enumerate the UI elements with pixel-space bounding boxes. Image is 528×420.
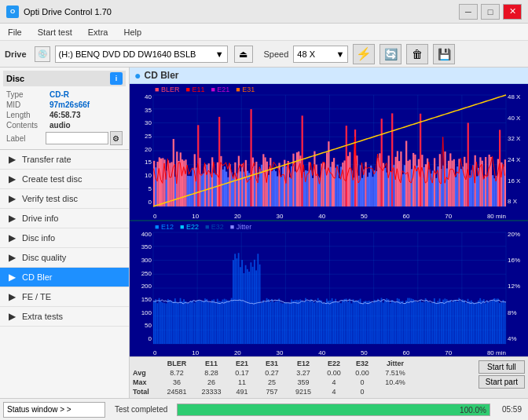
disc-quality-label: Disc quality <box>22 253 66 262</box>
max-e31: 25 <box>257 378 287 386</box>
legend-e22: ■ E22 <box>180 223 199 231</box>
extra-tests-label: Extra tests <box>22 312 63 321</box>
start-part-button[interactable]: Start part <box>478 375 525 389</box>
create-test-disc-icon: ▶ <box>6 173 17 184</box>
create-test-disc-label: Create test disc <box>22 174 82 184</box>
app-title: Opti Drive Control 1.70 <box>24 7 112 16</box>
disc-header: Disc i <box>3 71 126 86</box>
chart-area: ■ BLER ■ E11 ■ E21 ■ E31 40 35 30 25 20 … <box>130 84 528 356</box>
mid-value: 97m26s66f <box>50 100 90 109</box>
col-e31: E31 <box>257 360 287 367</box>
avg-jitter: 7.51% <box>376 369 414 377</box>
type-label: Type <box>6 90 50 99</box>
sidebar-item-cd-bler[interactable]: ▶ CD Bler <box>0 268 129 287</box>
legend-e12: ■ E12 <box>155 223 174 231</box>
sidebar-item-drive-info[interactable]: ▶ Drive info <box>0 209 129 228</box>
stats-area: BLER E11 E21 E31 E12 E22 E32 Jitter Avg … <box>130 356 528 398</box>
max-e11: 26 <box>196 378 227 386</box>
verify-test-disc-label: Verify test disc <box>22 194 78 203</box>
legend-e32: ■ E32 <box>205 223 224 231</box>
sidebar-item-fe-te[interactable]: ▶ FE / TE <box>0 287 129 307</box>
titlebar: O Opti Drive Control 1.70 ─ □ ✕ <box>0 0 528 24</box>
avg-e21: 0.17 <box>227 369 257 377</box>
avg-e11: 8.28 <box>196 369 227 377</box>
dropdown-arrow: ▼ <box>215 49 224 59</box>
disc-panel: Disc i Type CD-R MID 97m26s66f Length 46… <box>0 68 129 150</box>
sidebar-item-disc-info[interactable]: ▶ Disc info <box>0 228 129 248</box>
sidebar-item-extra-tests[interactable]: ▶ Extra tests <box>0 307 129 327</box>
menu-start-test[interactable]: Start test <box>35 26 75 38</box>
sidebar-item-disc-quality[interactable]: ▶ Disc quality <box>0 248 129 268</box>
length-label: Length <box>6 111 50 119</box>
content-area: ● CD Bler ■ BLER ■ E11 ■ E21 ■ E31 40 35… <box>130 68 528 398</box>
menu-file[interactable]: File <box>5 26 25 38</box>
legend-e11: ■ E11 <box>185 86 204 93</box>
type-value: CD-R <box>50 90 69 99</box>
status-window-button[interactable]: Status window > > <box>3 402 105 418</box>
sidebar-nav: ▶ Transfer rate ▶ Create test disc ▶ Ver… <box>0 150 129 327</box>
menu-help[interactable]: Help <box>120 26 145 38</box>
col-e11: E11 <box>196 360 227 367</box>
disc-quality-icon: ▶ <box>6 252 17 263</box>
menu-extra[interactable]: Extra <box>85 26 112 38</box>
total-e22: 4 <box>320 388 348 396</box>
drive-selector[interactable]: (H:) BENQ DVD DD DW1640 BSLB ▼ <box>55 46 228 63</box>
max-bler: 36 <box>158 378 196 386</box>
statusbar: Status window > > Test completed 100.0% … <box>0 398 528 420</box>
total-e11: 23333 <box>196 388 227 396</box>
label-input[interactable] <box>46 132 108 144</box>
legend-bler: ■ BLER <box>155 86 179 93</box>
drive-icon-small: 💿 <box>35 46 50 62</box>
minimize-button[interactable]: ─ <box>459 4 478 20</box>
contents-label: Contents <box>6 121 50 130</box>
maximize-button[interactable]: □ <box>481 4 500 20</box>
mid-label: MID <box>6 100 50 109</box>
avg-e12: 3.27 <box>287 369 320 377</box>
start-full-button[interactable]: Start full <box>478 360 525 374</box>
erase-icon[interactable]: 🗑 <box>406 44 428 64</box>
fe-te-icon: ▶ <box>6 291 17 302</box>
drive-info-icon: ▶ <box>6 213 17 224</box>
eject-button[interactable]: ⏏ <box>234 46 253 63</box>
save-icon[interactable]: 💾 <box>433 44 455 64</box>
length-value: 46:58.73 <box>50 111 80 119</box>
sidebar-item-create-test-disc[interactable]: ▶ Create test disc <box>0 170 129 189</box>
max-label: Max <box>133 378 158 386</box>
fe-te-label: FE / TE <box>22 292 51 301</box>
disc-header-icon[interactable]: i <box>110 72 123 85</box>
max-e12: 359 <box>287 378 320 386</box>
total-bler: 24581 <box>158 388 196 396</box>
avg-label: Avg <box>133 369 158 377</box>
max-jitter: 10.4% <box>376 378 414 386</box>
speed-selector[interactable]: 48 X ▼ <box>293 46 348 63</box>
col-e22: E22 <box>320 360 348 367</box>
disc-info-label: Disc info <box>22 233 55 243</box>
max-e22: 4 <box>320 378 348 386</box>
disc-info-icon: ▶ <box>6 232 17 243</box>
total-e32: 0 <box>348 388 376 396</box>
drivebar: Drive 💿 (H:) BENQ DVD DD DW1640 BSLB ▼ ⏏… <box>0 41 528 68</box>
sidebar-item-verify-test-disc[interactable]: ▶ Verify test disc <box>0 189 129 209</box>
speed-label: Speed <box>264 49 289 59</box>
refresh-icon[interactable]: 🔄 <box>380 44 402 64</box>
close-button[interactable]: ✕ <box>503 4 522 20</box>
extra-tests-icon: ▶ <box>6 311 17 322</box>
chart-title: CD Bler <box>144 70 178 81</box>
label-settings-button[interactable]: ⚙ <box>110 131 123 145</box>
status-text: Test completed <box>108 405 174 414</box>
sidebar-item-transfer-rate[interactable]: ▶ Transfer rate <box>0 150 129 170</box>
max-e32: 0 <box>348 378 376 386</box>
avg-e31: 0.27 <box>257 369 287 377</box>
col-bler: BLER <box>158 360 196 367</box>
total-jitter <box>376 388 414 396</box>
max-e21: 11 <box>227 378 257 386</box>
speed-icon[interactable]: ⚡ <box>353 44 375 64</box>
col-e12: E12 <box>287 360 320 367</box>
verify-test-disc-icon: ▶ <box>6 193 17 204</box>
col-jitter: Jitter <box>376 360 414 367</box>
avg-e22: 0.00 <box>320 369 348 377</box>
transfer-rate-icon: ▶ <box>6 154 17 165</box>
col-e21: E21 <box>227 360 257 367</box>
progress-bar: 100.0% <box>177 404 490 416</box>
time-display: 05:59 <box>493 405 525 414</box>
